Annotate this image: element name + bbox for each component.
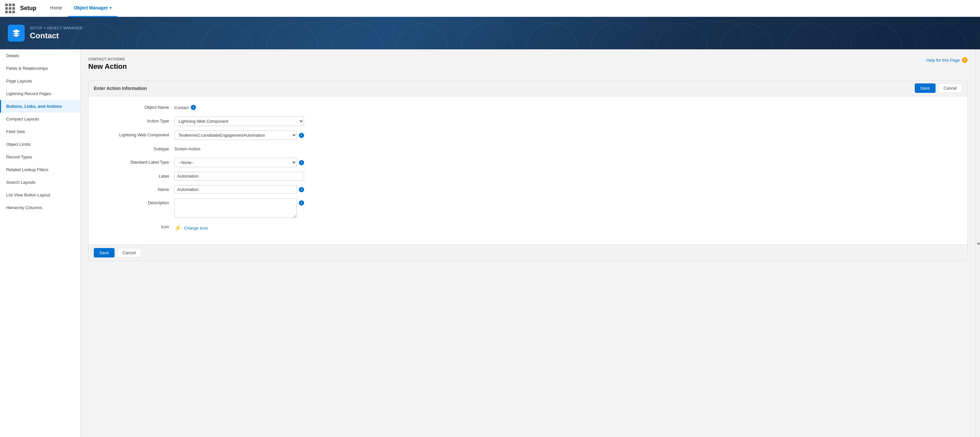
form-card: Enter Action Information Save Cancel Obj… xyxy=(88,80,968,261)
sidebar-item-page-layouts[interactable]: Page Layouts xyxy=(0,75,80,87)
breadcrumb-object-manager[interactable]: OBJECT MANAGER xyxy=(47,26,83,30)
form-footer: Save Cancel xyxy=(89,244,967,261)
form-row-lwc: Lightning Web Component Textkernel1:cand… xyxy=(96,131,959,140)
object-name-field: Contact i xyxy=(174,103,304,112)
form-card-title: Enter Action Information xyxy=(94,86,147,91)
form-row-name: Name i xyxy=(96,185,959,194)
main-layout: Details Fields & Relationships Page Layo… xyxy=(0,49,980,437)
app-launcher[interactable] xyxy=(5,3,15,13)
label-input[interactable] xyxy=(174,172,304,180)
lwc-label: Lightning Web Component xyxy=(96,131,174,137)
subtype-value: Screen Action xyxy=(174,147,200,151)
lwc-field: Textkernel1:candidateEngagementAutomatio… xyxy=(174,131,304,140)
action-type-label: Action Type xyxy=(96,116,174,123)
label-label: Label xyxy=(96,172,174,179)
form-row-icon: Icon ⚡ Change Icon xyxy=(96,222,959,233)
name-info-icon[interactable]: i xyxy=(299,187,304,192)
nav-tabs: Home Object Manager ▾ xyxy=(44,0,118,17)
form-row-description: Description i xyxy=(96,198,959,218)
top-nav: Setup Home Object Manager ▾ xyxy=(0,0,980,17)
icon-field: ⚡ Change Icon xyxy=(174,222,304,233)
lwc-select[interactable]: Textkernel1:candidateEngagementAutomatio… xyxy=(174,131,297,140)
sidebar-item-field-sets[interactable]: Field Sets xyxy=(0,125,80,138)
cancel-button-bottom[interactable]: Cancel xyxy=(117,248,141,257)
form-row-action-type: Action Type Lightning Web Component Ligh… xyxy=(96,116,959,126)
name-input[interactable] xyxy=(174,185,297,194)
breadcrumb-setup[interactable]: SETUP xyxy=(30,26,43,30)
sidebar: Details Fields & Relationships Page Layo… xyxy=(0,49,81,437)
form-row-subtype: Subtype Screen Action xyxy=(96,145,959,153)
sidebar-item-record-types[interactable]: Record Types xyxy=(0,151,80,163)
save-button-bottom[interactable]: Save xyxy=(94,248,115,257)
sidebar-item-fields-relationships[interactable]: Fields & Relationships xyxy=(0,62,80,75)
description-field: i xyxy=(174,198,304,218)
object-icon xyxy=(8,25,25,41)
description-textarea[interactable] xyxy=(174,198,297,218)
standard-label-type-label: Standard Label Type xyxy=(96,158,174,164)
subtype-field: Screen Action xyxy=(174,145,304,153)
icon-area: ⚡ Change Icon xyxy=(174,222,304,233)
layers-icon xyxy=(12,29,21,38)
breadcrumb: SETUP > OBJECT MANAGER xyxy=(30,26,83,30)
form-row-label: Label xyxy=(96,172,959,180)
cancel-button-top[interactable]: Cancel xyxy=(938,83,962,93)
lwc-info-icon[interactable]: i xyxy=(299,133,304,138)
icon-label: Icon xyxy=(96,222,174,229)
sidebar-item-hierarchy-columns[interactable]: Hierarchy Columns xyxy=(0,201,80,214)
sidebar-item-related-lookup-filters[interactable]: Related Lookup Filters xyxy=(0,163,80,176)
subtype-label: Subtype xyxy=(96,145,174,151)
chevron-down-icon: ▾ xyxy=(110,6,111,10)
lightning-bolt-icon: ⚡ xyxy=(174,224,181,231)
nav-tab-object-manager[interactable]: Object Manager ▾ xyxy=(68,0,118,17)
form-row-standard-label-type: Standard Label Type --None-- New Edit De… xyxy=(96,158,959,167)
action-type-field: Lightning Web Component Lightning Compon… xyxy=(174,116,304,126)
header-btn-group: Save Cancel xyxy=(915,83,962,93)
description-info-icon[interactable]: i xyxy=(299,200,304,206)
sidebar-item-list-view-button-layout[interactable]: List View Button Layout xyxy=(0,189,80,201)
change-icon-link[interactable]: Change Icon xyxy=(184,226,208,231)
form-row-object-name: Object Name Contact i xyxy=(96,103,959,112)
form-card-header: Enter Action Information Save Cancel xyxy=(89,80,967,96)
description-label: Description xyxy=(96,198,174,205)
action-type-select[interactable]: Lightning Web Component Lightning Compon… xyxy=(174,116,304,126)
object-name-label: Object Name xyxy=(96,103,174,110)
section-header: Contact Actions xyxy=(88,57,968,61)
sidebar-item-details[interactable]: Details xyxy=(0,49,80,62)
page-title: Contact xyxy=(30,31,83,40)
save-button-top[interactable]: Save xyxy=(915,83,935,93)
sidebar-item-lightning-record-pages[interactable]: Lightning Record Pages xyxy=(0,87,80,100)
content-area: Help for this Page ? Contact Actions New… xyxy=(81,49,975,437)
sidebar-item-object-limits[interactable]: Object Limits xyxy=(0,138,80,151)
name-label: Name xyxy=(96,185,174,192)
setup-title: Setup xyxy=(20,5,37,12)
help-link[interactable]: Help for this Page ? xyxy=(926,57,968,63)
standard-label-type-field: --None-- New Edit Delete Clone Log a Cal… xyxy=(174,158,304,167)
panel-handle[interactable]: ◀ xyxy=(975,49,980,437)
form-body: Object Name Contact i Action Type Lightn… xyxy=(89,96,967,244)
sidebar-item-compact-layouts[interactable]: Compact Layouts xyxy=(0,113,80,125)
section-title: New Action xyxy=(88,62,968,71)
object-name-info-icon[interactable]: i xyxy=(191,105,196,110)
object-name-value: Contact xyxy=(174,105,189,110)
panel-collapse-icon: ◀ xyxy=(977,242,979,245)
sidebar-item-search-layouts[interactable]: Search Layouts xyxy=(0,176,80,189)
header-banner: SETUP > OBJECT MANAGER Contact xyxy=(0,17,980,49)
standard-label-type-select[interactable]: --None-- New Edit Delete Clone Log a Cal… xyxy=(174,158,297,167)
label-field xyxy=(174,172,304,180)
standard-label-type-info-icon[interactable]: i xyxy=(299,160,304,165)
sidebar-item-buttons-links-actions[interactable]: Buttons, Links, and Actions xyxy=(0,100,80,113)
name-field: i xyxy=(174,185,304,194)
help-icon: ? xyxy=(962,57,968,63)
nav-tab-home[interactable]: Home xyxy=(44,0,68,17)
header-text: SETUP > OBJECT MANAGER Contact xyxy=(30,26,83,40)
